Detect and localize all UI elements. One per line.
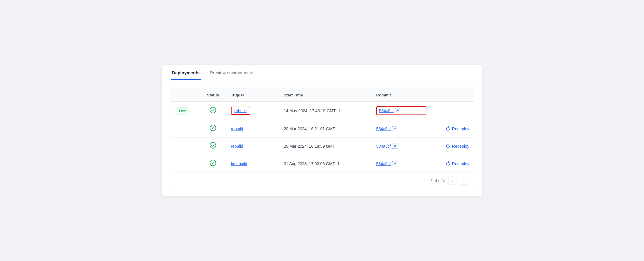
deployments-table: Status Trigger Start Time ↓ Commit Live …	[170, 89, 474, 172]
live-cell	[170, 137, 200, 155]
table-row: Live rebuild14 May 2024, 17:45:15 GMT+15…	[170, 102, 474, 120]
live-badge: Live	[175, 107, 190, 114]
commit-cell: 584a5cf	[372, 120, 431, 137]
redeploy-label: Redeploy	[452, 126, 469, 131]
pagination-label: 1–4 of 4	[430, 179, 445, 183]
live-cell: Live	[170, 102, 200, 120]
action-cell	[431, 102, 474, 120]
commit-cell: 584a5cf	[372, 155, 431, 172]
status-cell	[200, 155, 226, 172]
status-check-icon	[210, 161, 216, 167]
live-cell	[170, 155, 200, 172]
status-check-icon	[210, 126, 216, 132]
commit-wrapper: 584a5cf	[376, 161, 426, 166]
external-link-icon[interactable]	[395, 108, 400, 113]
redeploy-label: Redeploy	[452, 161, 469, 166]
status-cell	[200, 137, 226, 155]
commit-link[interactable]: 584a5cf	[379, 108, 394, 113]
deployments-table-container: Status Trigger Start Time ↓ Commit Live …	[170, 89, 474, 189]
tab-preview-environments[interactable]: Preview environments	[209, 65, 254, 80]
status-cell	[200, 120, 226, 137]
status-check-icon	[210, 143, 216, 150]
table-row: rebuild20 Mar 2024, 16:21:01 GMT584a5cf …	[170, 120, 474, 137]
table-footer: 1–4 of 4 ‹ ›	[170, 172, 474, 189]
commit-cell: 584a5cf	[372, 102, 431, 120]
redeploy-label: Redeploy	[452, 144, 469, 149]
action-cell: Redeploy	[431, 155, 474, 172]
pagination-prev-button[interactable]: ‹	[448, 177, 456, 185]
commit-cell: 584a5cf	[372, 137, 431, 155]
commit-link[interactable]: 584a5cf	[376, 126, 391, 131]
col-commit-header: Commit	[372, 89, 431, 102]
starttime-cell: 31 Aug 2023, 17:03:06 GMT+1	[279, 155, 372, 172]
trigger-link[interactable]: rebuild	[231, 126, 243, 131]
svg-point-2	[210, 142, 216, 148]
commit-wrapper: 584a5cf	[376, 126, 426, 131]
trigger-cell: first build	[226, 155, 279, 172]
svg-point-3	[210, 160, 216, 166]
trigger-link-highlighted[interactable]: rebuild	[231, 107, 250, 115]
col-trigger-header: Trigger	[226, 89, 279, 102]
commit-link[interactable]: 584a5cf	[376, 161, 391, 166]
external-link-icon[interactable]	[392, 161, 397, 166]
trigger-cell: rebuild	[226, 120, 279, 137]
commit-wrapper-highlighted: 584a5cf	[376, 106, 426, 115]
pagination-next-button[interactable]: ›	[460, 177, 468, 185]
redeploy-button[interactable]: Redeploy	[446, 161, 469, 166]
trigger-link[interactable]: first build	[231, 161, 247, 166]
trigger-cell: rebuild	[226, 102, 279, 120]
col-status-header: Status	[200, 89, 226, 102]
trigger-cell: rebuild	[226, 137, 279, 155]
commit-link[interactable]: 584a5cf	[376, 144, 391, 149]
table-row: first build31 Aug 2023, 17:03:06 GMT+158…	[170, 155, 474, 172]
col-action-header	[431, 89, 474, 102]
action-cell: Redeploy	[431, 137, 474, 155]
redeploy-button[interactable]: Redeploy	[446, 144, 469, 149]
sort-arrow-icon: ↓	[305, 93, 307, 97]
col-live-header	[170, 89, 200, 102]
live-cell	[170, 120, 200, 137]
action-cell: Redeploy	[431, 120, 474, 137]
tab-deployments[interactable]: Deployments	[171, 65, 201, 80]
status-cell	[200, 102, 226, 120]
commit-wrapper: 584a5cf	[376, 144, 426, 149]
svg-point-0	[210, 107, 216, 113]
tab-bar: Deployments Preview environments	[162, 65, 482, 80]
external-link-icon[interactable]	[392, 126, 397, 131]
table-header-row: Status Trigger Start Time ↓ Commit	[170, 89, 474, 102]
trigger-link[interactable]: rebuild	[231, 144, 243, 149]
redeploy-button[interactable]: Redeploy	[446, 126, 469, 131]
status-check-icon	[210, 108, 216, 114]
starttime-cell: 20 Mar 2024, 16:18:59 GMT	[279, 137, 372, 155]
svg-point-1	[210, 125, 216, 131]
table-row: rebuild20 Mar 2024, 16:18:59 GMT584a5cf …	[170, 137, 474, 155]
starttime-cell: 20 Mar 2024, 16:21:01 GMT	[279, 120, 372, 137]
col-starttime-header[interactable]: Start Time ↓	[279, 89, 372, 102]
external-link-icon[interactable]	[392, 144, 397, 149]
main-card: Deployments Preview environments Status …	[162, 65, 482, 196]
starttime-cell: 14 May 2024, 17:45:15 GMT+1	[279, 102, 372, 120]
